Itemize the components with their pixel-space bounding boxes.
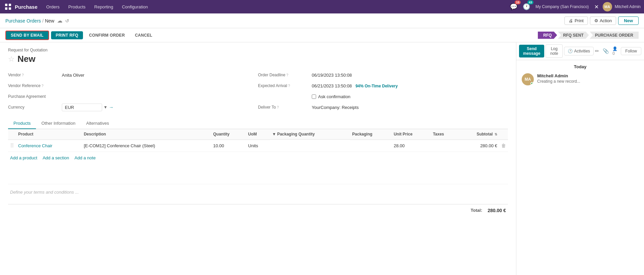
currency-label: Currency xyxy=(8,105,62,110)
row-unit-price[interactable]: 28.00 xyxy=(392,140,431,152)
nav-orders[interactable]: Orders xyxy=(43,3,63,11)
user-avatar[interactable]: MA xyxy=(603,2,612,11)
second-bar: Purchase Orders / New ☁ ↺ 🖨 Print ⚙ Acti… xyxy=(0,13,644,28)
expected-arrival-help-icon[interactable]: ? xyxy=(288,84,290,88)
add-section-link[interactable]: Add a section xyxy=(43,155,69,160)
deliver-to-field-row: Deliver To ? YourCompany: Receipts xyxy=(258,102,508,113)
row-delete[interactable]: 🗑 xyxy=(499,140,508,152)
print-rfq-button[interactable]: PRINT RFQ xyxy=(51,31,83,39)
ask-confirmation-checkbox[interactable] xyxy=(312,94,316,99)
subtotal-sort-icon[interactable]: ⇅ xyxy=(495,132,497,136)
nav-reporting[interactable]: Reporting xyxy=(91,3,117,11)
col-product: Product xyxy=(16,129,82,140)
row-subtotal: 280.00 € xyxy=(457,140,499,152)
breadcrumb: Purchase Orders / New xyxy=(5,18,54,24)
expected-arrival-label: Expected Arrival ? xyxy=(258,83,312,88)
currency-dropdown-icon[interactable]: ▼ xyxy=(103,105,108,110)
table-row: ⠿ Conference Chair [E-COM12] Conference … xyxy=(8,140,508,152)
app-name[interactable]: Purchase xyxy=(15,4,38,10)
row-uom[interactable]: Units xyxy=(246,140,270,152)
messages-icon[interactable]: 💬 15 xyxy=(509,2,519,12)
person-icon[interactable]: 👤 0 xyxy=(612,46,617,56)
app-grid-icon[interactable] xyxy=(3,2,13,11)
terms-area[interactable]: Define your terms and conditions ... xyxy=(8,184,508,204)
on-time-delivery-label: 94% On-Time Delivery xyxy=(355,84,398,88)
col-taxes: Taxes xyxy=(431,129,457,140)
refresh-icon[interactable]: ↺ xyxy=(65,18,69,24)
currency-input[interactable] xyxy=(62,104,102,111)
cancel-button[interactable]: CANCEL xyxy=(131,31,157,39)
vendor-help-icon[interactable]: ? xyxy=(22,73,24,77)
cloud-save-icon[interactable]: ☁ xyxy=(57,17,62,24)
vendor-value[interactable]: Anita Oliver xyxy=(62,73,258,78)
vendor-label: Vendor ? xyxy=(8,73,62,77)
order-deadline-value[interactable]: 06/19/2023 13:50:08 xyxy=(312,73,508,78)
add-note-link[interactable]: Add a note xyxy=(75,155,96,160)
action-bar: SEND BY EMAIL PRINT RFQ CONFIRM ORDER CA… xyxy=(0,28,644,42)
deliver-to-value[interactable]: YourCompany: Receipts xyxy=(312,105,508,110)
tab-alternatives[interactable]: Alternatives xyxy=(81,118,114,129)
messages-badge: 15 xyxy=(515,0,521,4)
row-packaging-qty[interactable] xyxy=(270,140,350,152)
action-button[interactable]: ⚙ Action xyxy=(590,16,616,25)
gear-icon: ⚙ xyxy=(594,18,598,23)
col-quantity: Quantity xyxy=(211,129,246,140)
tab-products[interactable]: Products xyxy=(8,118,36,129)
main-layout: Request for Quotation ☆ New Vendor ? Ani… xyxy=(0,42,644,275)
form-left-col: Vendor ? Anita Oliver Vendor Reference ?… xyxy=(8,70,258,113)
vendor-field-row: Vendor ? Anita Oliver xyxy=(8,70,258,80)
status-rfq-sent[interactable]: RFQ SENT xyxy=(558,32,589,39)
col-subtotal: Subtotal ⇅ xyxy=(457,129,499,140)
form-subtitle: Request for Quotation xyxy=(8,48,508,52)
order-deadline-help-icon[interactable]: ? xyxy=(286,73,288,77)
follow-button[interactable]: Follow xyxy=(621,47,641,55)
status-purchase-order[interactable]: PURCHASE ORDER xyxy=(590,32,639,39)
pencil-icon[interactable]: ✏ xyxy=(595,48,599,54)
expected-arrival-value: 06/21/2023 13:50:08 94% On-Time Delivery xyxy=(312,83,508,88)
send-by-email-button[interactable]: SEND BY EMAIL xyxy=(5,31,49,40)
activities-icon[interactable]: 🕐 43 xyxy=(521,2,531,12)
col-unit-price: Unit Price xyxy=(392,129,431,140)
row-packaging[interactable] xyxy=(350,140,392,152)
chatter-icons: ✏ 📎 👤 0 Follow xyxy=(595,46,641,56)
col-delete xyxy=(499,129,508,140)
purchase-agreement-label: Purchase Agreement xyxy=(8,94,62,99)
confirm-order-button[interactable]: CONFIRM ORDER xyxy=(85,31,129,39)
form-area: Request for Quotation ☆ New Vendor ? Ani… xyxy=(0,42,516,275)
breadcrumb-parent[interactable]: Purchase Orders xyxy=(5,18,41,24)
add-product-link[interactable]: Add a product xyxy=(10,155,37,160)
favorite-icon[interactable]: ☆ xyxy=(8,55,15,64)
row-drag-handle[interactable]: ⠿ xyxy=(8,140,16,152)
currency-external-link-icon[interactable]: → xyxy=(109,105,114,110)
settings-icon[interactable]: ✕ xyxy=(593,2,600,11)
message-author: Mitchell Admin xyxy=(537,73,639,78)
activities-button[interactable]: 🕐 Activities xyxy=(564,47,594,55)
log-note-button[interactable]: Log note xyxy=(546,44,563,58)
deliver-to-help-icon[interactable]: ? xyxy=(277,106,279,109)
nav-products[interactable]: Products xyxy=(65,3,89,11)
online-status-dot xyxy=(530,82,533,85)
col-packaging: Packaging xyxy=(350,129,392,140)
row-quantity[interactable]: 10.00 xyxy=(211,140,246,152)
row-taxes[interactable] xyxy=(431,140,457,152)
col-uom: UoM xyxy=(246,129,270,140)
paperclip-icon[interactable]: 📎 xyxy=(603,48,609,54)
send-message-button[interactable]: Send message xyxy=(519,45,544,57)
message-content: Mitchell Admin Creating a new record... xyxy=(537,73,639,84)
row-product[interactable]: Conference Chair xyxy=(16,140,82,152)
print-button[interactable]: 🖨 Print xyxy=(564,16,588,25)
print-icon: 🖨 xyxy=(569,18,573,23)
new-button[interactable]: New xyxy=(618,16,639,25)
form-right-col: Order Deadline ? 06/19/2023 13:50:08 Exp… xyxy=(258,70,508,113)
status-rfq[interactable]: RFQ xyxy=(538,32,557,39)
row-description[interactable]: [E-COM12] Conference Chair (Steel) xyxy=(82,140,211,152)
tab-other-information[interactable]: Other Information xyxy=(36,118,81,129)
message-text: Creating a new record... xyxy=(537,79,639,84)
vendor-ref-help-icon[interactable]: ? xyxy=(42,84,44,88)
company-name[interactable]: My Company (San Francisco) xyxy=(535,4,589,9)
user-name[interactable]: Mitchell Admin xyxy=(615,4,641,9)
nav-configuration[interactable]: Configuration xyxy=(119,3,151,11)
deliver-to-label: Deliver To ? xyxy=(258,105,312,110)
spacer xyxy=(8,164,508,184)
ask-confirmation-label: Ask confirmation xyxy=(318,94,350,99)
